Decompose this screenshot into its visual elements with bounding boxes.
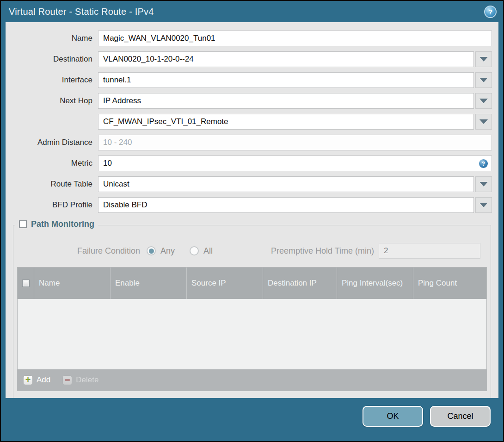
name-field-wrap	[98, 31, 492, 46]
select-all-checkbox[interactable]	[22, 280, 30, 287]
metric-input[interactable]	[98, 156, 492, 171]
destination-row: Destination	[6, 51, 492, 67]
metric-label: Metric	[6, 159, 98, 168]
interface-field-wrap	[98, 72, 492, 88]
cancel-button[interactable]: Cancel	[430, 406, 491, 427]
column-header-ping-interval: Ping Interval(sec)	[337, 268, 413, 299]
metric-row: Metric ?	[6, 156, 492, 171]
admin-distance-input[interactable]	[98, 135, 492, 150]
failure-condition-label: Failure Condition	[77, 246, 140, 256]
next-hop-field-wrap	[98, 93, 492, 109]
route-table-field-wrap	[98, 176, 492, 192]
radio-selected-icon	[147, 246, 156, 255]
bfd-profile-field-wrap	[98, 197, 492, 213]
failure-condition-all-option[interactable]: All	[190, 246, 213, 256]
chevron-down-icon	[479, 182, 488, 187]
chevron-down-icon	[479, 57, 488, 62]
ok-button[interactable]: OK	[363, 406, 423, 427]
name-input[interactable]	[98, 31, 492, 46]
bfd-profile-row: BFD Profile	[6, 197, 492, 213]
interface-input[interactable]	[98, 72, 474, 88]
failure-condition-any-option[interactable]: Any	[147, 246, 175, 256]
chevron-down-icon	[479, 78, 488, 82]
bfd-profile-dropdown-button[interactable]	[475, 197, 492, 213]
destination-field-wrap	[98, 51, 492, 67]
bfd-profile-label: BFD Profile	[6, 200, 98, 210]
column-header-source-ip: Source IP	[187, 268, 263, 299]
static-route-dialog: Virtual Router - Static Route - IPv4 ? N…	[0, 0, 504, 442]
chevron-down-icon	[479, 203, 488, 207]
interface-label: Interface	[6, 75, 98, 85]
interface-row: Interface	[6, 72, 492, 88]
dialog-title: Virtual Router - Static Route - IPv4	[9, 6, 154, 17]
path-monitoring-checkbox[interactable]	[19, 220, 27, 228]
admin-distance-field-wrap	[98, 135, 492, 150]
metric-help-icon[interactable]: ?	[479, 159, 488, 168]
radio-unselected-icon	[190, 246, 199, 255]
destination-dropdown-button[interactable]	[475, 51, 492, 67]
name-label: Name	[6, 34, 98, 43]
title-bar: Virtual Router - Static Route - IPv4 ?	[1, 1, 503, 22]
dialog-footer: OK Cancel	[1, 398, 503, 441]
destination-label: Destination	[6, 55, 98, 64]
dialog-content: Name Destination Interface Next Hop	[6, 22, 498, 398]
route-table-dropdown-button[interactable]	[475, 176, 492, 192]
chevron-down-icon	[479, 119, 488, 124]
metric-field-wrap: ?	[98, 156, 492, 171]
destination-input[interactable]	[98, 51, 474, 67]
chevron-down-icon	[479, 99, 488, 103]
name-row: Name	[6, 31, 492, 46]
failure-condition-row: Failure Condition Any All Preemptive Hol…	[77, 243, 480, 259]
delete-button-label: Delete	[76, 375, 98, 385]
radio-all-label: All	[203, 246, 213, 256]
admin-distance-row: Admin Distance	[6, 135, 492, 150]
help-icon[interactable]: ?	[484, 6, 497, 18]
bfd-profile-input[interactable]	[98, 197, 474, 213]
delete-button[interactable]: Delete	[62, 375, 98, 385]
table-header-checkbox-cell	[18, 268, 34, 299]
preemptive-hold-time-input[interactable]	[379, 243, 480, 259]
column-header-destination-ip: Destination IP	[263, 268, 337, 299]
interface-dropdown-button[interactable]	[475, 72, 492, 88]
add-plus-icon: +	[23, 375, 33, 385]
add-button[interactable]: + Add	[23, 375, 50, 385]
route-table-label: Route Table	[6, 180, 98, 189]
route-table-input[interactable]	[98, 176, 474, 192]
admin-distance-label: Admin Distance	[6, 138, 98, 147]
next-hop-address-dropdown-button[interactable]	[475, 114, 492, 130]
next-hop-address-field-wrap	[98, 114, 492, 130]
next-hop-label: Next Hop	[6, 96, 98, 106]
path-monitoring-legend: Path Monitoring	[15, 219, 98, 229]
add-button-label: Add	[37, 375, 50, 385]
next-hop-address-input[interactable]	[98, 114, 474, 130]
radio-any-label: Any	[160, 246, 175, 256]
table-toolbar: + Add Delete	[18, 369, 486, 391]
next-hop-dropdown-button[interactable]	[475, 93, 492, 109]
next-hop-address-row	[6, 114, 492, 130]
delete-minus-icon	[62, 375, 72, 385]
column-header-ping-count: Ping Count	[413, 268, 486, 299]
table-body-empty	[18, 299, 486, 369]
path-monitoring-table: Name Enable Source IP Destination IP Pin…	[17, 267, 487, 391]
column-header-name: Name	[34, 268, 111, 299]
path-monitoring-section: Path Monitoring Failure Condition Any Al…	[13, 225, 491, 398]
next-hop-row: Next Hop	[6, 93, 492, 109]
preemptive-hold-time-label: Preemptive Hold Time (min)	[271, 246, 374, 256]
column-header-enable: Enable	[111, 268, 187, 299]
path-monitoring-title: Path Monitoring	[31, 219, 94, 229]
table-header-row: Name Enable Source IP Destination IP Pin…	[18, 268, 486, 299]
next-hop-type-input[interactable]	[98, 93, 474, 109]
route-table-row: Route Table	[6, 176, 492, 192]
